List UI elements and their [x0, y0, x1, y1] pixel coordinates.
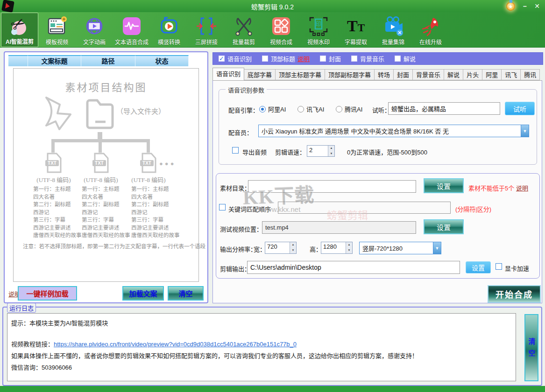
tool-label: 文字动画 [83, 38, 106, 46]
speed-stepper[interactable]: 2 ▲▼ [307, 145, 335, 157]
tab-tencent[interactable]: 腾讯 [521, 69, 540, 80]
tool-video-watermark[interactable]: 印 视频水印 [300, 13, 337, 47]
preview-play-button[interactable]: 试听 [505, 102, 535, 115]
orientation-convert-icon [158, 15, 180, 37]
stepper-arrows[interactable]: ▲▼ [346, 242, 352, 253]
voice-select[interactable]: 小云 Xiaoyun 标准女声 通用场景 中文及中英文混合场景 8K/16K 否… [258, 125, 529, 137]
load-script-button[interactable]: 加载文案 [122, 286, 164, 301]
option-speech-recognition[interactable]: 语音识别 [219, 54, 252, 63]
keyword-match-checkbox[interactable] [219, 204, 226, 210]
encoding-label: (UTF-8 编码) [31, 175, 76, 184]
arrow-up-icon: ▲ [346, 242, 352, 248]
width-stepper[interactable]: 720 ▲▼ [265, 242, 297, 254]
tab-transition[interactable]: 转场 [375, 69, 394, 80]
tool-batch-highlight[interactable]: 批量集锦 [375, 13, 412, 47]
tab-speech-recognition[interactable]: 语音识别 [212, 68, 244, 80]
clear-list-button[interactable]: 清空 [168, 286, 204, 301]
radio-dot-icon [336, 106, 342, 112]
column-header-path[interactable]: 路径 [81, 55, 135, 66]
option-cover[interactable]: 封面 [320, 54, 341, 63]
radio-tencent-ai[interactable]: 腾讯AI [336, 105, 362, 113]
output-dir-input[interactable] [247, 261, 460, 274]
checkbox-icon[interactable] [262, 56, 268, 62]
top-title-help-link[interactable]: 说明 [297, 54, 310, 63]
minimize-button[interactable]: – [520, 1, 530, 11]
folder-icon [85, 93, 115, 133]
material-help-link[interactable]: 说明 [516, 183, 528, 192]
tab-top-main-title[interactable]: 顶部主标题字幕 [276, 69, 325, 80]
checkbox-icon[interactable] [320, 56, 326, 62]
speed-hint: 0为正常语速，范围-500到500 [347, 147, 427, 156]
checkbox-icon[interactable] [395, 56, 401, 62]
option-top-title[interactable]: 顶部标题 说明 [262, 54, 310, 63]
height-label: 高： [310, 245, 322, 253]
stepper-arrows[interactable]: ▲▼ [328, 146, 334, 156]
gpu-accel-label: 显卡加速 [505, 264, 529, 273]
tutorial-link[interactable]: https://share.plvideo.cn/front/video/pre… [54, 341, 297, 348]
radio-xunfei-ai[interactable]: 讯飞AI [297, 105, 324, 113]
tool-text-to-speech[interactable]: 文本语音合成 [113, 13, 150, 47]
file-structure-column: 第一行：主标题四大名著第二行：副标题西游记第三行：字幕西游记主要讲述唐僧西天取经… [82, 185, 130, 239]
svg-text:TXT: TXT [142, 161, 151, 166]
batch-crop-icon [233, 15, 255, 37]
ellipsis-dots: ●●● [159, 160, 176, 168]
material-dir-set-button[interactable]: 设置 [424, 178, 464, 193]
tool-template-video[interactable]: 模板视频 [38, 13, 76, 47]
clear-log-button[interactable]: 清空 [524, 314, 538, 381]
tab-bgm[interactable]: 背景音乐 [413, 69, 444, 80]
tab-cover[interactable]: 封面 [394, 69, 413, 80]
feature-options-bar: 语音识别 顶部标题 说明 封面 背景音乐 解说 [212, 52, 543, 65]
test-video-set-button[interactable]: 设置 [424, 219, 464, 234]
run-log-textarea[interactable]: 提示：本模块主要为AI智能混剪模块 视频教程链接：https://share.p… [7, 313, 516, 381]
tab-bottom-subtitle[interactable]: 底部字幕 [244, 69, 276, 80]
keyword-match-input[interactable] [278, 202, 451, 214]
tool-video-compose[interactable]: 视频合成 [262, 13, 300, 47]
radio-dot-icon [297, 106, 304, 112]
column-header-status[interactable]: 状态 [135, 55, 189, 66]
column-header-title[interactable]: 文案标题 [28, 55, 81, 66]
tab-intro[interactable]: 片头 [463, 69, 482, 80]
tool-batch-crop[interactable]: 批量裁剪 [225, 13, 262, 47]
chevron-down-icon[interactable]: ▼ [521, 125, 529, 137]
gpu-accel-checkbox[interactable] [495, 263, 502, 270]
start-compose-button[interactable]: 开始合成 [488, 285, 541, 303]
checkbox-checked-icon[interactable] [219, 56, 225, 62]
tab-xunfei[interactable]: 讯飞 [502, 69, 521, 80]
tab-narration[interactable]: 解说 [444, 69, 463, 80]
height-stepper[interactable]: 1280 ▲▼ [321, 242, 353, 254]
tab-ali[interactable]: 阿里 [482, 69, 502, 80]
export-audio-checkbox[interactable] [232, 147, 239, 154]
preview-text-input[interactable] [388, 102, 500, 115]
load-sample-button[interactable]: 一键样例加载 [18, 286, 77, 301]
tool-label: 文本语音合成 [115, 38, 149, 46]
test-video-input[interactable] [262, 221, 416, 234]
option-narration[interactable]: 解说 [395, 54, 416, 63]
tool-online-upgrade[interactable]: 在线升级 [412, 13, 449, 47]
ai-mix-icon: ✂ [9, 15, 30, 36]
radio-ali-ai[interactable]: 阿里AI [259, 105, 286, 113]
encoding-label: (UTF-8 编码) [126, 175, 171, 184]
chevron-down-icon[interactable]: ▼ [433, 242, 441, 254]
diagram-title: 素材项目结构图 [14, 79, 198, 94]
template-video-icon [46, 15, 68, 37]
tool-three-screen[interactable]: 三屏拼接 [188, 13, 225, 47]
column-header-select[interactable] [8, 55, 28, 66]
resolution-preset-select[interactable]: 竖屏-720*1280 ▼ [359, 242, 441, 254]
tool-orientation-convert[interactable]: 横竖转换 [150, 13, 188, 47]
output-dir-set-button[interactable]: 设置 [466, 261, 491, 273]
tool-ai-smart-mix[interactable]: ✂ AI智能混剪 [1, 13, 38, 47]
material-dir-input[interactable] [248, 180, 416, 193]
tool-label: 批量集锦 [382, 38, 404, 46]
diagram-note: 注意：若不选择顶部标题，即第一第二行为正文配音字幕，一行代表一个语段 [23, 242, 205, 250]
txt-file-icon: TXT [139, 152, 158, 175]
tab-top-sub-title[interactable]: 顶部副标题字幕 [325, 69, 375, 80]
voice-label: 配音员： [228, 128, 253, 137]
tool-text-animation[interactable]: 文字动画 [76, 13, 113, 47]
tool-label: AI智能混剪 [6, 37, 34, 45]
medal-icon[interactable] [506, 2, 515, 11]
stepper-arrows[interactable]: ▲▼ [290, 242, 296, 253]
checkbox-icon[interactable] [351, 56, 357, 62]
close-button[interactable]: ✕ [532, 1, 542, 11]
option-bgm[interactable]: 背景音乐 [351, 54, 384, 63]
tool-subtitle-extract[interactable]: TT 字幕提取 [337, 13, 375, 47]
